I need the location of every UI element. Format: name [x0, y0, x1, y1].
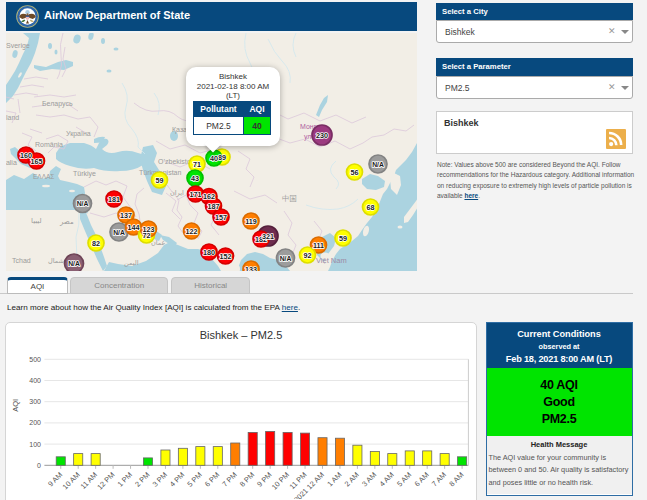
svg-text:1 AM: 1 AM: [325, 470, 343, 488]
svg-text:ليبيا: ليبيا: [31, 217, 42, 224]
svg-text:40: 40: [210, 154, 218, 163]
svg-text:3 PM: 3 PM: [150, 470, 168, 488]
svg-text:162: 162: [203, 192, 215, 201]
svg-text:133: 133: [245, 265, 257, 271]
svg-text:اليمن: اليمن: [124, 259, 139, 267]
svg-text:111: 111: [313, 241, 324, 250]
svg-text:119: 119: [245, 217, 257, 226]
svg-text:Беларусь: Беларусь: [42, 100, 73, 108]
svg-text:144: 144: [128, 223, 140, 232]
svg-text:N/A: N/A: [113, 229, 125, 236]
svg-text:187: 187: [208, 202, 220, 211]
svg-text:0: 0: [37, 462, 41, 469]
svg-text:شمال: شمال: [48, 257, 64, 264]
svg-text:ایران: ایران: [170, 189, 184, 197]
svg-text:68: 68: [367, 203, 375, 212]
svg-text:400: 400: [29, 377, 41, 384]
svg-text:Україна: Україна: [66, 130, 91, 138]
svg-text:71: 71: [193, 160, 201, 169]
svg-text:92: 92: [304, 251, 312, 260]
svg-text:10 AM: 10 AM: [61, 470, 82, 491]
svg-text:N/A: N/A: [372, 161, 384, 168]
svg-text:N/A: N/A: [77, 200, 89, 207]
svg-text:500: 500: [29, 356, 41, 363]
svg-text:AQI: AQI: [11, 399, 20, 412]
svg-text:200: 200: [29, 419, 41, 426]
svg-text:8 AM: 8 AM: [447, 470, 465, 488]
svg-text:Italia: Italia: [6, 159, 17, 166]
svg-text:中国: 中国: [282, 194, 297, 203]
svg-text:181: 181: [108, 195, 120, 204]
svg-text:300: 300: [29, 398, 41, 405]
svg-text:N/A: N/A: [280, 255, 292, 262]
svg-text:7 PM: 7 PM: [220, 470, 238, 488]
svg-text:7 AM: 7 AM: [430, 470, 448, 488]
svg-text:4 PM: 4 PM: [168, 470, 186, 488]
svg-text:89: 89: [218, 153, 226, 162]
svg-text:59: 59: [156, 176, 164, 185]
svg-text:2 AM: 2 AM: [343, 470, 361, 488]
svg-text:56: 56: [351, 168, 359, 177]
svg-text:Tchad: Tchad: [12, 257, 31, 264]
svg-text:8 PM: 8 PM: [238, 470, 256, 488]
svg-text:321: 321: [262, 232, 274, 241]
svg-text:59: 59: [339, 234, 347, 243]
svg-text:ΕΛΛΑΣ: ΕΛΛΑΣ: [33, 173, 54, 180]
svg-text:11 AM: 11 AM: [78, 470, 99, 491]
svg-text:137: 137: [120, 211, 132, 220]
svg-text:2 PM: 2 PM: [133, 470, 151, 488]
svg-text:Sverige: Sverige: [6, 42, 30, 50]
svg-text:5 AM: 5 AM: [395, 470, 413, 488]
svg-text:land: land: [6, 114, 19, 121]
svg-text:6 PM: 6 PM: [203, 470, 221, 488]
svg-text:10 PM: 10 PM: [270, 470, 291, 491]
svg-text:4 AM: 4 AM: [378, 470, 396, 488]
svg-text:6 AM: 6 AM: [412, 470, 430, 488]
svg-text:N/A: N/A: [68, 260, 80, 267]
svg-text:100: 100: [29, 441, 41, 448]
svg-text:12 PM: 12 PM: [95, 470, 116, 491]
svg-text:122: 122: [186, 227, 198, 236]
svg-text:Türkiye: Türkiye: [73, 170, 96, 178]
svg-text:Việt Nam: Việt Nam: [316, 256, 347, 265]
svg-text:1 PM: 1 PM: [116, 470, 134, 488]
svg-text:230: 230: [316, 131, 328, 140]
svg-text:5 PM: 5 PM: [185, 470, 203, 488]
svg-text:مصر: مصر: [59, 218, 74, 226]
svg-text:157: 157: [215, 213, 227, 222]
svg-text:152: 152: [220, 252, 232, 261]
svg-text:3 AM: 3 AM: [360, 470, 378, 488]
svg-text:123: 123: [143, 225, 155, 234]
svg-text:180: 180: [203, 248, 215, 257]
svg-text:România: România: [35, 141, 63, 148]
svg-text:165: 165: [31, 157, 43, 166]
svg-text:82: 82: [92, 239, 100, 248]
svg-text:171: 171: [190, 190, 202, 199]
svg-text:43: 43: [191, 174, 199, 183]
